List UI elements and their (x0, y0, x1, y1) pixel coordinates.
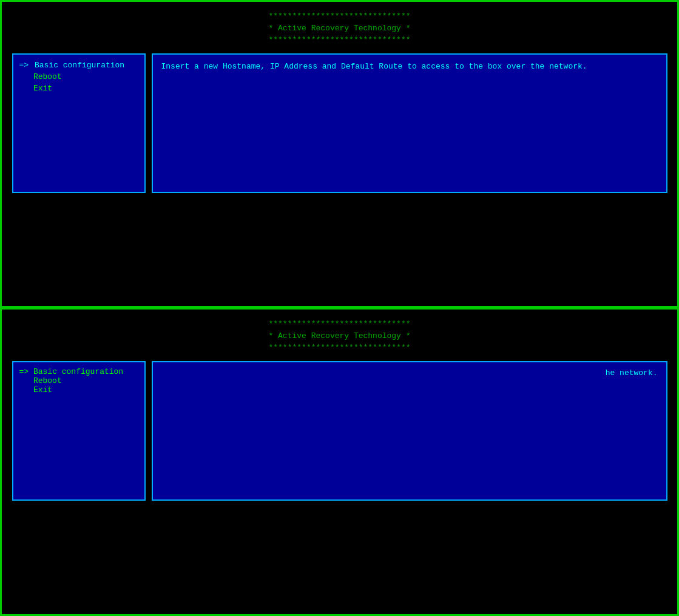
bottom-header-line2: * Active Recovery Technology * (268, 330, 410, 342)
top-header-line1: ****************************** (268, 10, 410, 22)
bottom-menu-item-basic-config[interactable]: => Basic configuration (19, 367, 138, 376)
top-panels: => Basic configuration Reboot Exit Inser… (12, 53, 667, 193)
menu-item-basic-config[interactable]: => Basic configuration (19, 59, 138, 71)
bottom-panels: => Basic configuration Reboot Exit he ne… (12, 361, 667, 501)
top-header-line2: * Active Recovery Technology * (268, 22, 410, 35)
bottom-header-line3: ****************************** (268, 342, 410, 354)
top-screen: ****************************** * Active … (0, 0, 679, 308)
bottom-menu-item-reboot[interactable]: Reboot (19, 376, 138, 385)
top-header-line3: ****************************** (268, 34, 410, 46)
bottom-right-panel: he network. (152, 361, 667, 501)
top-left-panel: => Basic configuration Reboot Exit (12, 53, 146, 193)
menu-item-exit[interactable]: Exit (19, 83, 138, 94)
menu-cursor: => (19, 61, 29, 70)
bottom-menu-cursor: => (19, 367, 29, 376)
bottom-menu-item-exit[interactable]: Exit (19, 385, 138, 394)
menu-item-reboot[interactable]: Reboot (19, 71, 138, 83)
bottom-screen: ****************************** * Active … (0, 308, 679, 616)
top-description-text: Insert a new Hostname, IP Address and De… (161, 62, 587, 71)
top-right-panel: Insert a new Hostname, IP Address and De… (152, 53, 667, 193)
bottom-header-line1: ****************************** (268, 318, 410, 330)
top-header-art: ****************************** * Active … (268, 10, 410, 46)
bottom-header-art: ****************************** * Active … (268, 318, 410, 354)
bottom-top-right-text: he network. (606, 367, 658, 379)
bottom-left-panel: => Basic configuration Reboot Exit (12, 361, 146, 501)
